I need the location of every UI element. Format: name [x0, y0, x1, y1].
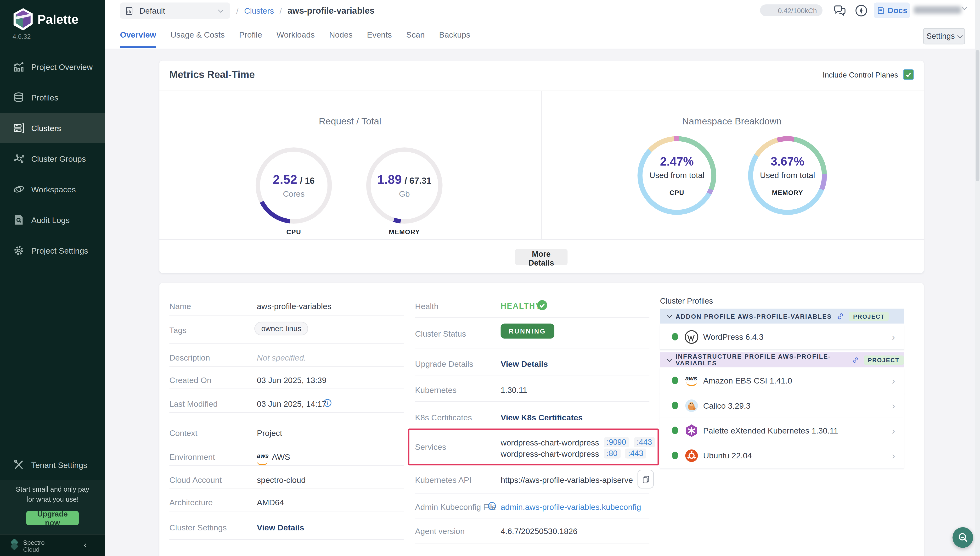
upgrade-details-link[interactable]: View Details — [501, 359, 548, 369]
tab-usage-costs[interactable]: Usage & Costs — [170, 30, 225, 48]
status-dot — [672, 452, 678, 459]
tab-workloads[interactable]: Workloads — [277, 30, 315, 48]
chevron-right-icon: › — [892, 400, 895, 411]
infrastructure-profile-header[interactable]: INFRASTRUCTURE PROFILE AWS-PROFILE-VARIA… — [660, 352, 904, 367]
info-icon[interactable] — [488, 502, 496, 513]
status-dot — [672, 402, 678, 409]
calico-icon — [684, 398, 699, 413]
aws-icon: aws — [684, 373, 699, 388]
more-details-button[interactable]: More Details — [515, 249, 567, 265]
orbit-icon — [11, 182, 26, 197]
cluster-settings-link[interactable]: View Details — [257, 523, 304, 532]
k8s-certificates-link[interactable]: View K8s Certificates — [501, 413, 583, 422]
tab-backups[interactable]: Backups — [439, 30, 470, 48]
service-port-link[interactable]: :80 — [603, 449, 621, 459]
health-label: Health — [415, 302, 439, 311]
chevron-down-icon — [667, 356, 672, 362]
project-icon — [125, 6, 134, 15]
services-label: Services — [415, 442, 446, 452]
kubernetes-api-label: Kubernetes API — [415, 475, 471, 485]
profile-item-palette-extended-kubernetes[interactable]: Palette eXtended Kubernetes 1.30.11 › — [660, 418, 904, 444]
admin-kubeconfig-label: Admin Kubeconfig File — [415, 502, 496, 511]
breadcrumb-clusters-link[interactable]: Clusters — [244, 6, 274, 15]
environment-label: Environment — [170, 452, 215, 462]
sidebar-item-tenant-settings[interactable]: Tenant Settings — [0, 450, 105, 480]
aws-logo-icon: aws — [257, 449, 269, 465]
name-value: aws-profile-variables — [257, 302, 331, 311]
chevron-down-icon — [957, 32, 962, 38]
last-modified-label: Last Modified — [170, 399, 218, 408]
sidebar-collapse-icon[interactable]: ‹ — [84, 540, 87, 550]
chevron-right-icon: › — [892, 331, 895, 342]
namespace-cpu-donut: 2.47% Used from total CPU — [637, 136, 716, 215]
help-search-button[interactable] — [952, 527, 973, 548]
link-icon — [852, 356, 859, 364]
scrollbar-thumb[interactable] — [976, 50, 980, 181]
tab-overview[interactable]: Overview — [120, 30, 156, 48]
tab-scan[interactable]: Scan — [406, 30, 424, 48]
cluster-tabs: Overview Usage & Costs Profile Workloads… — [120, 30, 484, 48]
breadcrumb-current: aws-profile-variables — [287, 5, 375, 16]
copy-icon[interactable] — [637, 470, 654, 488]
project-selector[interactable]: Default — [120, 2, 230, 19]
agent-version-label: Agent version — [415, 527, 465, 536]
request-total-title: Request / Total — [256, 116, 444, 126]
top-header: Default / Clusters / aws-profile-variabl… — [105, 0, 980, 49]
explore-compass-icon[interactable] — [854, 3, 869, 18]
service-row: wordpress-chart-wordpress :80 :443 — [501, 449, 646, 459]
tab-nodes[interactable]: Nodes — [329, 30, 353, 48]
docs-button[interactable]: Docs — [874, 2, 910, 18]
created-on-value: 03 Jun 2025, 13:39 — [257, 375, 327, 385]
user-menu-chevron-icon[interactable] — [962, 5, 967, 10]
context-label: Context — [170, 428, 198, 438]
cluster-settings-label: Cluster Settings — [170, 523, 227, 532]
sidebar-item-clusters[interactable]: Clusters — [0, 113, 105, 143]
status-dot — [672, 427, 678, 434]
admin-kubeconfig-link[interactable]: admin.aws-profile-variables.kubeconfig — [501, 502, 641, 511]
profile-item-amazon-ebs-csi[interactable]: aws Amazon EBS CSI 1.41.0 › — [660, 368, 904, 394]
upgrade-now-button[interactable]: Upgrade now — [26, 511, 79, 525]
profile-item-calico[interactable]: Calico 3.29.3 › — [660, 393, 904, 419]
usage-quota-pill: 0.42/100kCh — [760, 4, 823, 16]
namespace-title: Namespace Breakdown — [638, 116, 826, 126]
include-control-planes-checkbox[interactable] — [903, 70, 914, 80]
info-icon[interactable] — [323, 399, 332, 410]
chevron-right-icon: › — [892, 375, 895, 386]
sidebar-item-project-overview[interactable]: Project Overview — [0, 52, 105, 82]
service-port-link[interactable]: :443 — [633, 437, 655, 448]
tab-profile[interactable]: Profile — [239, 30, 262, 48]
namespace-memory-donut: 3.67% Used from total MEMORY — [748, 136, 827, 215]
sidebar-item-project-settings[interactable]: Project Settings — [0, 235, 105, 265]
cluster-profiles-title: Cluster Profiles — [660, 297, 713, 305]
k8s-certificates-label: K8s Certificates — [415, 413, 472, 422]
kubernetes-api-url: https://aws-profile-variables-apiserve… — [501, 475, 633, 485]
profile-item-wordpress[interactable]: WordPress 6.4.3 › — [660, 324, 904, 350]
service-port-link[interactable]: :9090 — [603, 437, 629, 448]
healthy-check-icon — [537, 300, 548, 313]
profile-item-ubuntu[interactable]: Ubuntu 22.04 › — [660, 443, 904, 469]
health-value: HEALTHY — [501, 302, 541, 310]
chart-icon — [11, 59, 26, 74]
service-port-link[interactable]: :443 — [625, 449, 646, 459]
project-badge: PROJECT — [849, 312, 889, 321]
network-icon — [11, 151, 26, 166]
feedback-chat-icon[interactable] — [833, 3, 848, 18]
gear-icon — [11, 243, 26, 258]
last-modified-value: 03 Jun 2025, 14:17 — [257, 399, 327, 408]
sidebar: Palette 4.6.32 Project Overview Profiles — [0, 0, 105, 556]
tools-icon — [11, 457, 26, 472]
architecture-label: Architecture — [170, 498, 213, 507]
user-name-redacted[interactable] — [914, 6, 961, 14]
sidebar-item-audit-logs[interactable]: Audit Logs — [0, 205, 105, 235]
promo-line1: Start small and only pay — [0, 485, 105, 494]
tab-events[interactable]: Events — [367, 30, 392, 48]
sidebar-item-workspaces[interactable]: Workspaces — [0, 174, 105, 204]
ubuntu-icon — [684, 448, 699, 463]
sidebar-item-profiles[interactable]: Profiles — [0, 82, 105, 112]
pxk-icon — [684, 423, 699, 438]
settings-button[interactable]: Settings — [923, 28, 965, 44]
addon-profile-header[interactable]: ADDON PROFILE AWS-PROFILE-VARIABLES PROJ… — [660, 309, 904, 324]
cluster-details-card: Name aws-profile-variables Tags owner: l… — [159, 283, 924, 556]
sidebar-item-cluster-groups[interactable]: Cluster Groups — [0, 144, 105, 174]
status-dot — [672, 377, 678, 384]
